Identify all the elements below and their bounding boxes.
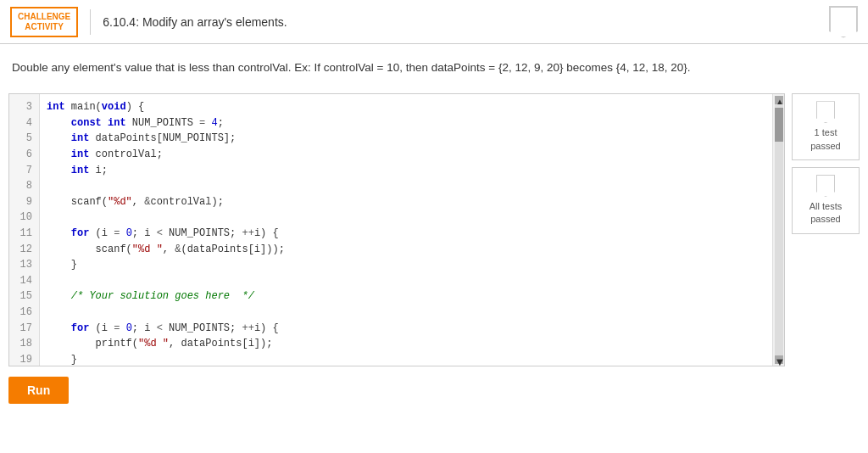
bookmark-icon (829, 6, 858, 38)
header-divider (90, 9, 91, 35)
run-button[interactable]: Run (8, 377, 69, 404)
test-badges-panel: 1 testpassed All testspassed (792, 93, 860, 366)
description: Double any element's value that is less … (0, 44, 868, 85)
run-area: Run (0, 366, 868, 412)
test-badge-1: 1 testpassed (792, 93, 860, 160)
main-area: 3 4 5 6 7 8 9 10 11 12 13 14 15 16 17 18… (0, 85, 868, 366)
code-editor[interactable]: 3 4 5 6 7 8 9 10 11 12 13 14 15 16 17 18… (8, 93, 785, 366)
badge-icon-all (816, 175, 835, 197)
scrollbar[interactable]: ▲ ▼ (772, 94, 784, 366)
scroll-down-arrow[interactable]: ▼ (775, 355, 783, 364)
code-content[interactable]: int main(void) { const int NUM_POINTS = … (40, 94, 772, 366)
scroll-thumb[interactable] (775, 108, 783, 142)
scroll-track[interactable] (775, 104, 783, 355)
header: CHALLENGE ACTIVITY 6.10.4: Modify an arr… (0, 0, 868, 44)
scroll-up-arrow[interactable]: ▲ (775, 96, 783, 104)
test-badge-all: All testspassed (792, 167, 860, 234)
page-title: 6.10.4: Modify an array's elements. (103, 15, 829, 29)
line-numbers: 3 4 5 6 7 8 9 10 11 12 13 14 15 16 17 18… (9, 94, 40, 366)
challenge-badge: CHALLENGE ACTIVITY (10, 7, 78, 37)
badge-icon-1 (816, 101, 835, 123)
